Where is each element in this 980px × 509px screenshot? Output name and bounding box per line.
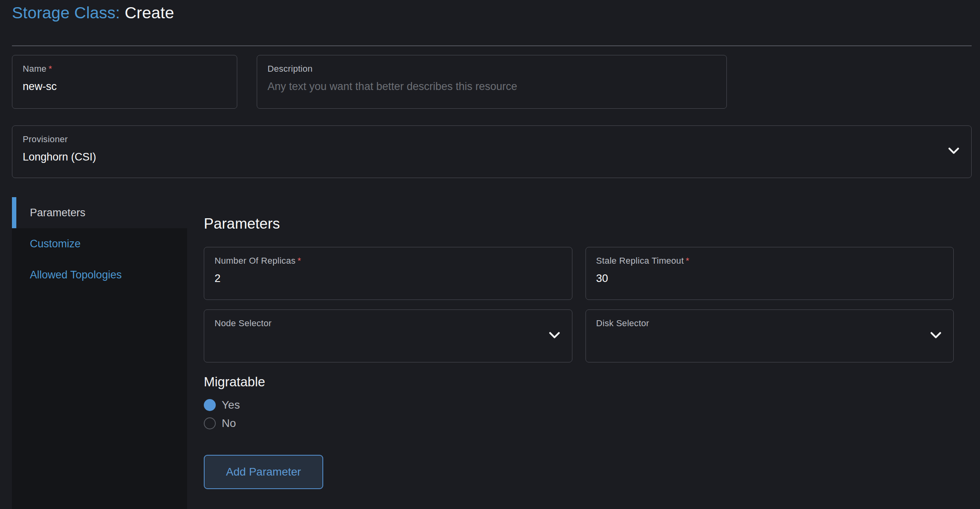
chevron-down-icon — [930, 332, 941, 341]
radio-yes-label: Yes — [222, 398, 240, 412]
required-asterisk: * — [297, 256, 301, 266]
radio-no[interactable]: No — [204, 417, 954, 430]
header-divider — [12, 45, 972, 46]
stale-replica-timeout-label: Stale Replica Timeout — [596, 256, 684, 266]
storage-class-create-page: Storage Class: Create Name* Description … — [0, 0, 980, 509]
tabbed-section: Parameters Customize Allowed Topologies … — [12, 197, 972, 509]
disk-selector-select[interactable]: Disk Selector — [586, 309, 954, 362]
radio-no-label: No — [222, 417, 236, 430]
sidebar-item-customize[interactable]: Customize — [12, 228, 187, 259]
chevron-down-icon — [549, 332, 560, 341]
radio-selected-icon[interactable] — [204, 399, 216, 411]
name-field-label: Name — [23, 64, 47, 74]
required-asterisk: * — [686, 256, 689, 266]
action-label: Create — [125, 4, 174, 22]
sidebar-item-label: Customize — [30, 238, 81, 250]
add-parameter-button[interactable]: Add Parameter — [204, 455, 323, 489]
page-title: Storage Class: Create — [12, 3, 972, 22]
required-asterisk: * — [49, 64, 52, 74]
sidebar-item-label: Parameters — [30, 207, 86, 219]
section-heading-parameters: Parameters — [204, 215, 954, 232]
radio-yes[interactable]: Yes — [204, 398, 954, 412]
name-field: Name* — [12, 55, 237, 109]
description-field: Description — [257, 55, 727, 109]
page-header: Storage Class: Create — [12, 0, 972, 22]
chevron-down-icon — [948, 147, 959, 156]
number-of-replicas-label: Number Of Replicas — [215, 256, 295, 266]
node-selector-select[interactable]: Node Selector — [204, 309, 572, 362]
stale-replica-timeout-input[interactable] — [596, 272, 943, 285]
sidebar-item-allowed-topologies[interactable]: Allowed Topologies — [12, 259, 187, 290]
provisioner-row: Provisioner Longhorn (CSI) — [12, 125, 972, 178]
parameters-tab-panel: Parameters Number Of Replicas* Stale Rep… — [187, 197, 972, 509]
stale-replica-timeout-field: Stale Replica Timeout* — [586, 247, 954, 300]
number-of-replicas-field: Number Of Replicas* — [204, 247, 572, 300]
radio-unselected-icon[interactable] — [204, 417, 216, 429]
sidebar-item-label: Allowed Topologies — [30, 269, 122, 281]
sidebar-item-parameters[interactable]: Parameters — [12, 197, 187, 228]
provisioner-label: Provisioner — [23, 134, 68, 144]
description-input[interactable] — [267, 80, 716, 93]
disk-selector-label: Disk Selector — [596, 318, 650, 328]
provisioner-select[interactable]: Provisioner Longhorn (CSI) — [12, 125, 972, 178]
node-selector-label: Node Selector — [215, 318, 271, 328]
migratable-radio-group: Yes No — [204, 398, 954, 430]
resource-type-label: Storage Class: — [12, 4, 120, 22]
name-input[interactable] — [23, 80, 226, 93]
number-of-replicas-input[interactable] — [215, 272, 562, 285]
description-field-label: Description — [267, 64, 312, 74]
tab-sidebar: Parameters Customize Allowed Topologies — [12, 197, 187, 509]
provisioner-value: Longhorn (CSI) — [23, 150, 961, 164]
migratable-heading: Migratable — [204, 374, 954, 390]
parameters-grid: Number Of Replicas* Stale Replica Timeou… — [204, 247, 954, 362]
name-description-row: Name* Description — [12, 55, 972, 109]
